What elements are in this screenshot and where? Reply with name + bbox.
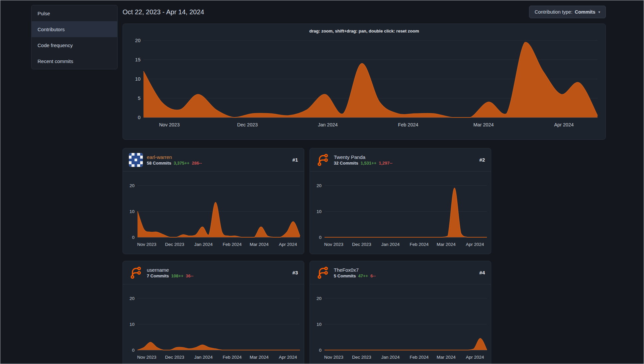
svg-text:10: 10 [130, 322, 135, 327]
svg-text:10: 10 [317, 322, 322, 327]
svg-text:Nov 2023: Nov 2023 [137, 355, 156, 360]
svg-text:10: 10 [130, 209, 135, 214]
additions-count: 1,531++ [361, 161, 377, 165]
contributor-info: TheFox0x7 5 Commits 47++ 6-- [334, 267, 475, 278]
rank-badge: #4 [479, 270, 485, 275]
svg-text:Dec 2023: Dec 2023 [165, 355, 184, 360]
rank-badge: #2 [479, 157, 485, 163]
contributors-page: Pulse Contributors Code frequency Recent… [0, 0, 644, 364]
activity-sidebar: Pulse Contributors Code frequency Recent… [31, 5, 118, 69]
contributor-card: TheFox0x7 5 Commits 47++ 6-- #4 01020Nov… [310, 261, 491, 364]
deletions-count: 1,297-- [379, 161, 392, 165]
deletions-count: 6-- [370, 274, 376, 278]
svg-text:Jan 2024: Jan 2024 [381, 242, 400, 247]
svg-text:Dec 2023: Dec 2023 [352, 242, 371, 247]
svg-text:Apr 2024: Apr 2024 [466, 355, 484, 360]
contributors-grid: earl-warren 58 Commits 3,375++ 286-- #1 … [123, 148, 606, 364]
additions-count: 3,375++ [174, 161, 190, 165]
svg-text:Mar 2024: Mar 2024 [437, 355, 456, 360]
contributor-stats: 32 Commits 1,531++ 1,297-- [334, 161, 475, 165]
date-range-title: Oct 22, 2023 - Apr 14, 2024 [123, 8, 204, 16]
avatar[interactable] [316, 153, 330, 167]
svg-text:0: 0 [319, 235, 322, 240]
svg-text:0: 0 [138, 115, 140, 120]
forgejo-logo-icon [316, 153, 330, 167]
svg-text:Mar 2024: Mar 2024 [250, 242, 269, 247]
svg-text:5: 5 [138, 96, 140, 101]
zoom-hint-text: drag: zoom, shift+drag: pan, double clic… [123, 24, 605, 35]
contributor-info: earl-warren 58 Commits 3,375++ 286-- [147, 155, 288, 165]
commit-count: 58 Commits [147, 161, 171, 165]
contributor-header: earl-warren 58 Commits 3,375++ 286-- #1 [123, 148, 304, 172]
contributor-card: username 7 Commits 108++ 36-- #3 01020No… [123, 261, 304, 364]
svg-text:20: 20 [135, 38, 140, 43]
sidebar-item-recent-commits[interactable]: Recent commits [32, 53, 117, 69]
commit-count: 32 Commits [334, 161, 358, 165]
topbar: Oct 22, 2023 - Apr 14, 2024 Contribution… [123, 5, 606, 19]
deletions-count: 36-- [186, 274, 193, 278]
svg-text:Dec 2023: Dec 2023 [352, 355, 371, 360]
svg-text:Feb 2024: Feb 2024 [398, 122, 418, 127]
svg-text:Mar 2024: Mar 2024 [437, 242, 456, 247]
identicon-avatar [129, 153, 143, 167]
additions-count: 108++ [171, 274, 183, 278]
avatar[interactable] [316, 266, 330, 280]
contributor-stats: 7 Commits 108++ 36-- [147, 274, 288, 278]
contributor-name: TheFox0x7 [334, 267, 475, 272]
svg-text:Mar 2024: Mar 2024 [473, 122, 494, 127]
contributor-name[interactable]: earl-warren [147, 155, 288, 160]
chevron-down-icon: ▾ [598, 10, 600, 14]
svg-text:Dec 2023: Dec 2023 [237, 122, 258, 127]
avatar[interactable] [129, 153, 143, 167]
svg-text:Apr 2024: Apr 2024 [554, 122, 574, 127]
contribution-type-label: Contribution type: [535, 9, 573, 15]
sidebar-item-pulse[interactable]: Pulse [32, 5, 117, 21]
svg-text:Feb 2024: Feb 2024 [223, 355, 242, 360]
main-chart-card: drag: zoom, shift+drag: pan, double clic… [123, 24, 606, 140]
svg-text:0: 0 [132, 348, 135, 353]
svg-text:20: 20 [317, 296, 322, 301]
contributor-name: username [147, 267, 288, 272]
contribution-type-dropdown[interactable]: Contribution type: Commits ▾ [529, 6, 606, 18]
svg-text:Apr 2024: Apr 2024 [279, 355, 297, 360]
contributor-header: TheFox0x7 5 Commits 47++ 6-- #4 [310, 261, 491, 284]
svg-text:Apr 2024: Apr 2024 [279, 242, 297, 247]
commit-count: 5 Commits [334, 274, 356, 278]
contributor-chart[interactable]: 01020Nov 2023Dec 2023Jan 2024Feb 2024Mar… [123, 174, 304, 250]
additions-count: 47++ [358, 274, 368, 278]
svg-text:Apr 2024: Apr 2024 [466, 242, 484, 247]
rank-badge: #1 [292, 157, 298, 163]
sidebar-item-code-frequency[interactable]: Code frequency [32, 37, 117, 53]
svg-text:Feb 2024: Feb 2024 [410, 242, 429, 247]
contributor-header: Twenty Panda 32 Commits 1,531++ 1,297-- … [310, 148, 491, 172]
contributor-stats: 58 Commits 3,375++ 286-- [147, 161, 288, 165]
rank-badge: #3 [292, 270, 298, 275]
svg-text:10: 10 [317, 209, 322, 214]
svg-text:Jan 2024: Jan 2024 [194, 242, 213, 247]
contributor-chart[interactable]: 01020Nov 2023Dec 2023Jan 2024Feb 2024Mar… [310, 174, 491, 250]
contributor-chart[interactable]: 01020Nov 2023Dec 2023Jan 2024Feb 2024Mar… [123, 286, 304, 363]
avatar[interactable] [129, 266, 143, 280]
main-content: Oct 22, 2023 - Apr 14, 2024 Contribution… [123, 0, 606, 364]
svg-text:0: 0 [319, 348, 322, 353]
deletions-count: 286-- [192, 161, 202, 165]
contributor-chart[interactable]: 01020Nov 2023Dec 2023Jan 2024Feb 2024Mar… [310, 286, 491, 363]
sidebar-item-contributors[interactable]: Contributors [32, 21, 117, 37]
contributor-card: earl-warren 58 Commits 3,375++ 286-- #1 … [123, 148, 304, 254]
contributor-header: username 7 Commits 108++ 36-- #3 [123, 261, 304, 284]
svg-text:Jan 2024: Jan 2024 [318, 122, 338, 127]
contributor-name: Twenty Panda [334, 155, 475, 160]
svg-text:Jan 2024: Jan 2024 [381, 355, 400, 360]
svg-text:Nov 2023: Nov 2023 [324, 355, 343, 360]
main-contributions-chart[interactable]: 05101520Nov 2023Dec 2023Jan 2024Feb 2024… [123, 35, 605, 135]
svg-text:Jan 2024: Jan 2024 [194, 355, 213, 360]
svg-text:Nov 2023: Nov 2023 [159, 122, 180, 127]
svg-text:Feb 2024: Feb 2024 [223, 242, 242, 247]
svg-text:Nov 2023: Nov 2023 [137, 242, 156, 247]
svg-text:Nov 2023: Nov 2023 [324, 242, 343, 247]
svg-text:0: 0 [132, 235, 135, 240]
contributor-info: username 7 Commits 108++ 36-- [147, 267, 288, 278]
commit-count: 7 Commits [147, 274, 169, 278]
svg-text:20: 20 [317, 183, 322, 188]
contributor-card: Twenty Panda 32 Commits 1,531++ 1,297-- … [310, 148, 491, 254]
